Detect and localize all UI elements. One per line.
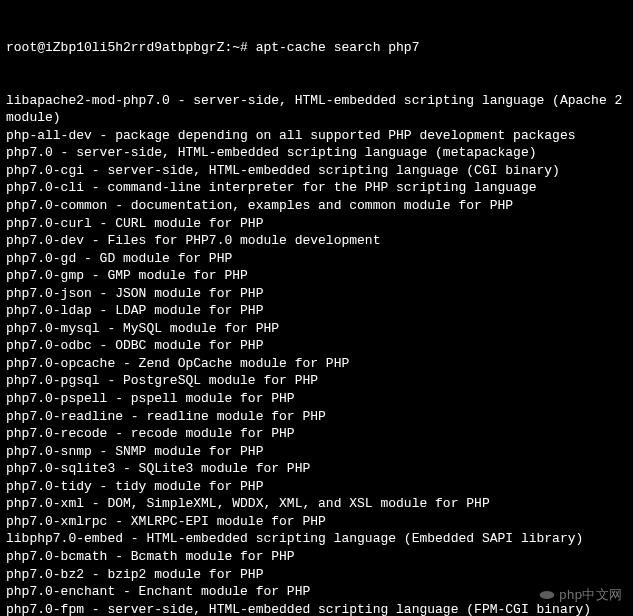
output-line: php7.0-json - JSON module for PHP [6, 285, 627, 303]
output-line: php7.0-ldap - LDAP module for PHP [6, 302, 627, 320]
svg-point-0 [540, 591, 555, 599]
php-logo-icon [539, 587, 555, 603]
output-line: php7.0-opcache - Zend OpCache module for… [6, 355, 627, 373]
output-line: php-all-dev - package depending on all s… [6, 127, 627, 145]
output-line: php7.0-fpm - server-side, HTML-embedded … [6, 601, 627, 616]
output-line: libphp7.0-embed - HTML-embedded scriptin… [6, 530, 627, 548]
output-line: php7.0 - server-side, HTML-embedded scri… [6, 144, 627, 162]
output-line: php7.0-pgsql - PostgreSQL module for PHP [6, 372, 627, 390]
output-line: php7.0-bcmath - Bcmath module for PHP [6, 548, 627, 566]
terminal-output[interactable]: root@iZbp10li5h2rrd9atbpbgrZ:~# apt-cach… [6, 4, 627, 616]
output-line: php7.0-odbc - ODBC module for PHP [6, 337, 627, 355]
output-line: php7.0-xml - DOM, SimpleXML, WDDX, XML, … [6, 495, 627, 513]
watermark: php中文网 [539, 586, 623, 604]
watermark-text: php中文网 [559, 586, 623, 604]
output-line: libapache2-mod-php7.0 - server-side, HTM… [6, 92, 627, 127]
output-line: php7.0-tidy - tidy module for PHP [6, 478, 627, 496]
output-line: php7.0-readline - readline module for PH… [6, 408, 627, 426]
shell-prompt: root@iZbp10li5h2rrd9atbpbgrZ:~# apt-cach… [6, 39, 627, 57]
output-line: php7.0-recode - recode module for PHP [6, 425, 627, 443]
output-line: php7.0-sqlite3 - SQLite3 module for PHP [6, 460, 627, 478]
output-line: php7.0-pspell - pspell module for PHP [6, 390, 627, 408]
output-line: php7.0-common - documentation, examples … [6, 197, 627, 215]
output-line: php7.0-dev - Files for PHP7.0 module dev… [6, 232, 627, 250]
output-line: php7.0-enchant - Enchant module for PHP [6, 583, 627, 601]
output-line: php7.0-mysql - MySQL module for PHP [6, 320, 627, 338]
output-line: php7.0-snmp - SNMP module for PHP [6, 443, 627, 461]
output-line: php7.0-gmp - GMP module for PHP [6, 267, 627, 285]
output-lines: libapache2-mod-php7.0 - server-side, HTM… [6, 92, 627, 616]
output-line: php7.0-gd - GD module for PHP [6, 250, 627, 268]
output-line: php7.0-cgi - server-side, HTML-embedded … [6, 162, 627, 180]
output-line: php7.0-curl - CURL module for PHP [6, 215, 627, 233]
output-line: php7.0-xmlrpc - XMLRPC-EPI module for PH… [6, 513, 627, 531]
output-line: php7.0-cli - command-line interpreter fo… [6, 179, 627, 197]
output-line: php7.0-bz2 - bzip2 module for PHP [6, 566, 627, 584]
